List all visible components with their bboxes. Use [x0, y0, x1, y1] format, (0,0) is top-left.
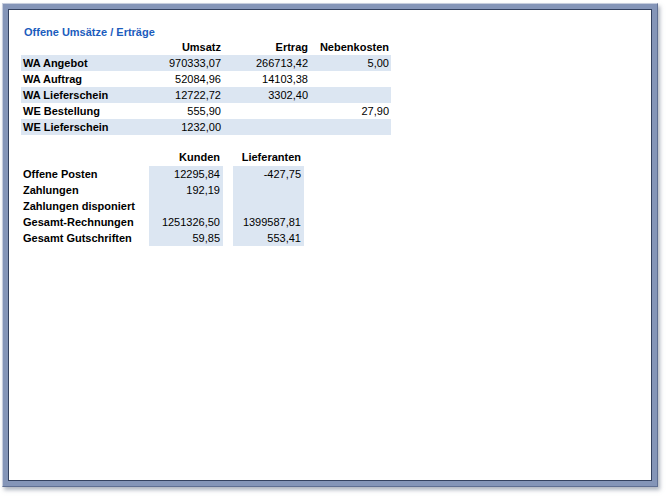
table-row: Zahlungen 192,19: [21, 182, 304, 198]
column-header-kunden: Kunden: [149, 149, 223, 166]
cell-ertrag: [223, 103, 310, 119]
cell-kunden: 192,19: [149, 182, 223, 198]
column-header-nebenkosten: Nebenkosten: [310, 39, 391, 55]
row-label: WA Lieferschein: [21, 87, 134, 103]
table-row: WA Lieferschein 12722,72 3302,40: [21, 87, 391, 103]
cell-lieferanten: 1399587,81: [233, 214, 304, 230]
cell-lieferanten: [233, 198, 304, 214]
cell-umsatz: 1232,00: [134, 119, 223, 135]
table-row: Gesamt Gutschriften 59,85 553,41: [21, 230, 304, 246]
row-label: Gesamt Gutschriften: [21, 230, 149, 246]
cell-kunden: 59,85: [149, 230, 223, 246]
cell-kunden: [149, 198, 223, 214]
sales-header-spacer: [21, 39, 134, 55]
row-label: WA Auftrag: [21, 71, 134, 87]
row-label: Zahlungen disponiert: [21, 198, 149, 214]
page-title: Offene Umsätze / Erträge: [24, 26, 155, 38]
table-row: Offene Posten 12295,84 -427,75: [21, 166, 304, 182]
cell-kunden: 1251326,50: [149, 214, 223, 230]
row-label: Offene Posten: [21, 166, 149, 182]
cell-ertrag: 266713,42: [223, 55, 310, 71]
report-canvas: Offene Umsätze / Erträge Umsatz Ertrag N…: [8, 9, 652, 481]
cell-nebenkosten: 5,00: [310, 55, 391, 71]
cell-lieferanten: -427,75: [233, 166, 304, 182]
row-label: WE Bestellung: [21, 103, 134, 119]
row-label: WA Angebot: [21, 55, 134, 71]
cell-ertrag: 3302,40: [223, 87, 310, 103]
cell-umsatz: 12722,72: [134, 87, 223, 103]
column-header-umsatz: Umsatz: [134, 39, 223, 55]
cell-kunden: 12295,84: [149, 166, 223, 182]
row-label: Gesamt-Rechnungen: [21, 214, 149, 230]
cell-umsatz: 970333,07: [134, 55, 223, 71]
table-row: Gesamt-Rechnungen 1251326,50 1399587,81: [21, 214, 304, 230]
cell-ertrag: 14103,38: [223, 71, 310, 87]
cell-nebenkosten: [310, 71, 391, 87]
sales-table: Umsatz Ertrag Nebenkosten WA Angebot 970…: [21, 39, 391, 135]
table-row: Zahlungen disponiert: [21, 198, 304, 214]
report-window-frame: Offene Umsätze / Erträge Umsatz Ertrag N…: [2, 3, 658, 487]
column-header-ertrag: Ertrag: [223, 39, 310, 55]
row-label: WE Lieferschein: [21, 119, 134, 135]
cell-umsatz: 52084,96: [134, 71, 223, 87]
table-row: WA Angebot 970333,07 266713,42 5,00: [21, 55, 391, 71]
column-header-lieferanten: Lieferanten: [233, 149, 304, 166]
table-row: WE Bestellung 555,90 27,90: [21, 103, 391, 119]
accounts-table: Kunden Lieferanten Offene Posten 12295,8…: [21, 149, 304, 246]
cell-lieferanten: 553,41: [233, 230, 304, 246]
accounts-header-spacer: [21, 149, 149, 166]
table-row: WA Auftrag 52084,96 14103,38: [21, 71, 391, 87]
accounts-table-header: Kunden Lieferanten: [21, 149, 304, 166]
cell-nebenkosten: 27,90: [310, 103, 391, 119]
cell-lieferanten: [233, 182, 304, 198]
table-row: WE Lieferschein 1232,00: [21, 119, 391, 135]
cell-nebenkosten: [310, 87, 391, 103]
cell-ertrag: [223, 119, 310, 135]
cell-nebenkosten: [310, 119, 391, 135]
sales-table-header: Umsatz Ertrag Nebenkosten: [21, 39, 391, 55]
row-label: Zahlungen: [21, 182, 149, 198]
cell-umsatz: 555,90: [134, 103, 223, 119]
